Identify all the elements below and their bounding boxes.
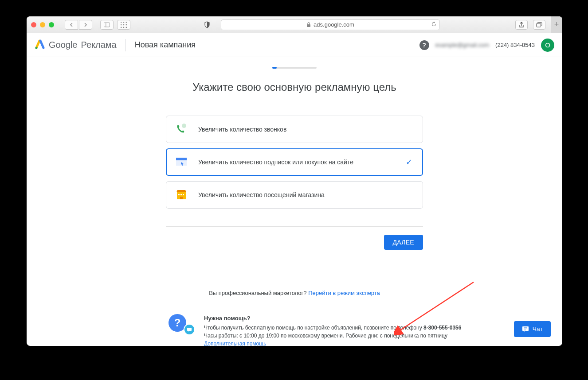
google-text: Google bbox=[49, 40, 78, 50]
svg-rect-20 bbox=[180, 194, 182, 195]
navigation-buttons bbox=[65, 20, 92, 30]
expert-question: Вы профессиональный маркетолог? bbox=[209, 290, 308, 296]
svg-rect-19 bbox=[178, 194, 180, 195]
goal-option-visits[interactable]: Увеличить количество посещений магазина bbox=[166, 181, 423, 209]
start-page-button[interactable] bbox=[117, 20, 130, 30]
svg-rect-8 bbox=[121, 27, 122, 27]
page-title: Новая кампания bbox=[135, 40, 196, 50]
svg-rect-9 bbox=[123, 27, 124, 27]
svg-rect-21 bbox=[183, 194, 184, 195]
chat-icon bbox=[522, 326, 529, 333]
help-hours: Часы работы: с 10:00 до 19:00 по московс… bbox=[204, 332, 461, 340]
divider bbox=[166, 226, 423, 227]
toolbar-right: + bbox=[515, 16, 558, 33]
account-phone: (224) 834-8543 bbox=[495, 42, 535, 48]
svg-rect-5 bbox=[121, 24, 122, 25]
svg-rect-23 bbox=[187, 328, 192, 331]
reload-button[interactable] bbox=[431, 21, 437, 28]
goal-label: Увеличить количество звонков bbox=[198, 126, 286, 133]
svg-rect-6 bbox=[123, 24, 124, 25]
svg-rect-4 bbox=[126, 22, 127, 23]
address-bar[interactable]: ads.google.com bbox=[221, 19, 440, 30]
back-button[interactable] bbox=[65, 20, 78, 30]
browser-toolbar: ads.google.com + bbox=[27, 16, 562, 33]
goal-label: Увеличить количество посещений магазина bbox=[198, 191, 325, 198]
header-right: ? example@gmail.com (224) 834-8543 O bbox=[419, 39, 554, 52]
lock-icon bbox=[306, 22, 311, 27]
progress-bar bbox=[272, 67, 317, 69]
page-content: Укажите свою основную рекламную цель Уве… bbox=[27, 57, 562, 346]
help-button[interactable]: ? bbox=[419, 40, 429, 50]
phone-icon bbox=[175, 123, 188, 136]
svg-rect-16 bbox=[176, 158, 187, 160]
product-text: Реклама bbox=[81, 40, 117, 50]
svg-rect-22 bbox=[180, 197, 183, 199]
expert-mode-row: Вы профессиональный маркетолог? Перейти … bbox=[44, 290, 545, 296]
maximize-window-button[interactable] bbox=[49, 22, 54, 27]
check-icon: ✓ bbox=[406, 157, 412, 167]
svg-point-14 bbox=[35, 47, 38, 49]
svg-rect-11 bbox=[307, 24, 310, 27]
account-avatar[interactable]: O bbox=[541, 39, 554, 52]
help-text: Нужна помощь? Чтобы получить бесплатную … bbox=[204, 314, 461, 346]
svg-rect-10 bbox=[126, 27, 127, 27]
privacy-shield-button[interactable] bbox=[200, 20, 214, 30]
help-section: ? Нужна помощь? Чтобы получить бесплатну… bbox=[169, 314, 545, 346]
goal-option-calls[interactable]: Увеличить количество звонков bbox=[166, 116, 423, 143]
new-tab-button[interactable]: + bbox=[551, 16, 562, 33]
sidebar-toggle-button[interactable] bbox=[100, 20, 114, 30]
main-heading: Укажите свою основную рекламную цель bbox=[44, 81, 545, 93]
help-title: Нужна помощь? bbox=[204, 314, 461, 323]
share-button[interactable] bbox=[515, 20, 528, 30]
goal-option-signups[interactable]: Увеличить количество подписок или покупо… bbox=[166, 148, 423, 176]
help-icons: ? bbox=[169, 314, 195, 334]
chat-label: Чат bbox=[533, 326, 543, 333]
expert-mode-link[interactable]: Перейти в режим эксперта bbox=[308, 290, 380, 296]
svg-rect-13 bbox=[537, 23, 541, 27]
goal-options: Увеличить количество звонков Увеличить к… bbox=[166, 116, 423, 209]
account-email: example@gmail.com bbox=[435, 42, 490, 48]
separator bbox=[125, 39, 126, 51]
svg-rect-2 bbox=[121, 22, 122, 23]
store-icon bbox=[175, 189, 188, 201]
minimize-window-button[interactable] bbox=[40, 22, 45, 27]
url-text: ads.google.com bbox=[314, 21, 354, 28]
browser-window: ads.google.com + Google Реклама Новая ка… bbox=[27, 16, 562, 346]
google-ads-logo[interactable]: Google Реклама bbox=[35, 39, 117, 51]
tabs-button[interactable] bbox=[533, 20, 545, 30]
svg-point-15 bbox=[182, 124, 186, 128]
progress-fill bbox=[272, 67, 277, 69]
close-window-button[interactable] bbox=[31, 22, 36, 27]
chat-bubble-icon bbox=[184, 324, 195, 335]
chat-button[interactable]: Чат bbox=[514, 321, 551, 337]
goal-label: Увеличить количество подписок или покупо… bbox=[198, 159, 353, 166]
additional-help-link[interactable]: Дополнительная помощь bbox=[204, 341, 266, 346]
page-header: Google Реклама Новая кампания ? example@… bbox=[27, 33, 562, 57]
svg-rect-3 bbox=[123, 22, 124, 23]
browser-icon bbox=[175, 156, 188, 168]
help-phone: 8-800-555-0356 bbox=[423, 325, 461, 331]
ads-logo-icon bbox=[35, 39, 45, 51]
window-controls bbox=[31, 22, 54, 27]
help-line1: Чтобы получить бесплатную помощь по наст… bbox=[204, 324, 461, 332]
next-row: ДАЛЕЕ bbox=[166, 235, 423, 250]
svg-rect-7 bbox=[126, 24, 127, 25]
forward-button[interactable] bbox=[79, 20, 92, 30]
svg-rect-0 bbox=[104, 23, 110, 27]
next-button[interactable]: ДАЛЕЕ bbox=[384, 235, 423, 250]
